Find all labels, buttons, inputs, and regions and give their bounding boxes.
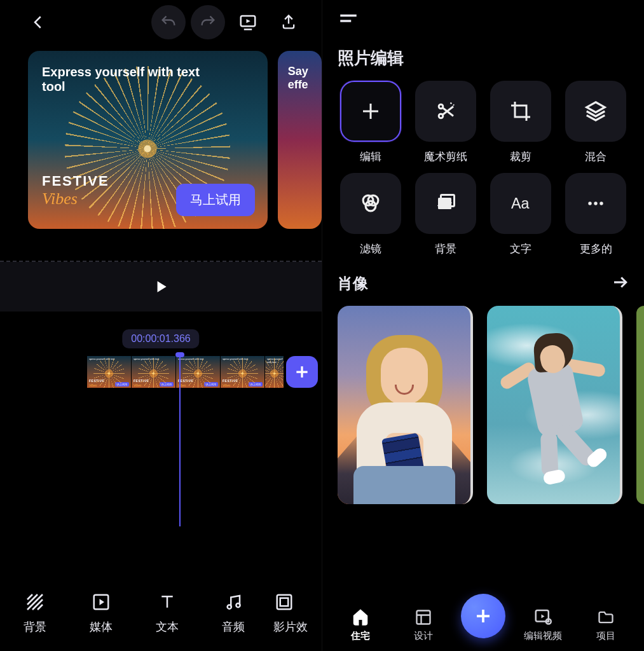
tool-media[interactable]: 媒体	[72, 591, 130, 634]
tool-crop[interactable]: 裁剪	[488, 81, 554, 164]
promo-sticker-festive: FESTIVE	[42, 173, 109, 189]
portrait-card-row[interactable]: 照片背景 视频背景	[322, 299, 644, 504]
tool-filter[interactable]: 滤镜	[338, 173, 404, 256]
portrait-heading: 肖像	[338, 273, 368, 294]
tool-text[interactable]: 文本	[139, 591, 196, 634]
bottom-nav: 住宅 设计 编辑视频 项目	[322, 582, 644, 651]
photo-edit-tool-grid: 编辑 魔术剪纸 裁剪 混合 滤镜 背景 Aa	[322, 72, 644, 256]
home-topbar	[322, 0, 644, 45]
add-clip-button[interactable]	[286, 356, 318, 388]
svg-point-7	[439, 104, 443, 109]
play-button[interactable]	[147, 273, 175, 301]
layers-icon	[565, 81, 626, 142]
music-icon	[223, 591, 244, 613]
portrait-card-photo-bg[interactable]: 照片背景	[338, 306, 473, 504]
clip-strip[interactable]: spess yoursef with textFESTIVEVibes马上试用 …	[86, 356, 318, 388]
promo-sticker-vibes: Vibes	[42, 189, 78, 209]
svg-point-16	[599, 202, 603, 205]
tool-background[interactable]: 背景	[6, 591, 64, 634]
svg-point-14	[588, 202, 591, 205]
promo-carousel[interactable]: Express yourself with text tool FESTIVE …	[0, 45, 322, 242]
right-home-pane: 照片编辑 编辑 魔术剪纸 裁剪 混合 滤镜	[322, 0, 644, 651]
undo-button[interactable]	[151, 5, 186, 39]
text-icon	[156, 591, 178, 613]
portrait-illustration-woman	[350, 326, 458, 504]
svg-rect-5	[280, 598, 289, 606]
back-button[interactable]	[20, 4, 56, 40]
tool-video-effect[interactable]: 影片效	[271, 591, 315, 634]
portrait-row-header: 肖像	[322, 256, 644, 299]
left-editor-pane: Express yourself with text tool FESTIVE …	[0, 0, 322, 651]
portrait-illustration-jump	[487, 324, 620, 477]
clip-thumb[interactable]: spess yoursef with textFESTIVEVibes马上试用	[220, 356, 264, 388]
portrait-card-peek[interactable]	[636, 306, 644, 504]
svg-point-6	[439, 114, 443, 118]
svg-point-2	[228, 605, 231, 608]
preview-button[interactable]	[230, 4, 266, 40]
tool-text-photo[interactable]: Aa 文字	[488, 173, 554, 256]
svg-point-15	[594, 202, 597, 205]
section-heading-photo-edit: 照片编辑	[322, 45, 644, 72]
promo-card-1[interactable]: Express yourself with text tool FESTIVE …	[28, 51, 268, 229]
plus-icon	[340, 81, 401, 142]
nav-edit-video[interactable]: 编辑视频	[517, 607, 568, 642]
tool-more[interactable]: 更多的	[563, 173, 629, 256]
frame-icon	[273, 591, 295, 613]
playhead[interactable]	[179, 353, 181, 526]
timeline[interactable]: 00:00:01.366 spess yoursef with textFEST…	[0, 329, 322, 526]
tool-audio[interactable]: 音频	[205, 591, 262, 634]
tool-blend[interactable]: 混合	[563, 81, 629, 164]
crop-icon	[490, 81, 551, 142]
nav-design[interactable]: 设计	[398, 608, 449, 642]
tool-background-photo[interactable]: 背景	[413, 173, 479, 256]
hatch-icon	[24, 591, 46, 613]
export-button[interactable]	[271, 4, 306, 40]
clip-thumb[interactable]: spess yoursef with textFESTIVEVibes马上试用	[175, 356, 220, 388]
nav-create-fab[interactable]	[461, 594, 505, 638]
portrait-card-video-bg[interactable]: 视频背景	[487, 306, 622, 504]
nav-home[interactable]: 住宅	[335, 607, 386, 642]
playback-bar	[0, 262, 322, 312]
editor-topbar	[0, 0, 322, 45]
clip-thumb[interactable]: spess yoursef with text0(	[264, 356, 284, 388]
timecode-chip: 00:00:01.366	[122, 329, 199, 348]
menu-button[interactable]	[338, 10, 359, 34]
venn-icon	[340, 173, 401, 234]
nav-projects[interactable]: 项目	[580, 608, 631, 642]
svg-rect-17	[416, 611, 430, 624]
redo-button[interactable]	[191, 5, 225, 39]
promo-card-2-peek[interactable]: Sayeffe	[278, 51, 322, 229]
svg-text:Aa: Aa	[511, 195, 530, 212]
play-square-icon	[90, 591, 112, 613]
aa-icon: Aa	[490, 173, 551, 234]
tool-magic-cut[interactable]: 魔术剪纸	[413, 81, 479, 164]
tool-edit[interactable]: 编辑	[338, 81, 404, 164]
image-stack-icon	[415, 173, 476, 234]
editor-bottom-toolbar: 背景 媒体 文本 音频 影片效	[0, 591, 322, 634]
svg-rect-4	[277, 595, 292, 610]
dots-icon	[565, 173, 626, 234]
portrait-more-button[interactable]	[611, 273, 630, 294]
clip-thumb[interactable]: spess yoursef with textFESTIVEVibes马上试用	[86, 356, 131, 388]
promo-title: Express yourself with text tool	[42, 65, 223, 94]
promo2-title: Sayeffe	[288, 65, 322, 92]
scissors-icon	[415, 81, 476, 142]
clip-thumb[interactable]: spess yoursef with textFESTIVEVibes马上试用	[131, 356, 175, 388]
promo-cta-button[interactable]: 马上试用	[176, 184, 255, 216]
svg-point-3	[236, 603, 240, 607]
